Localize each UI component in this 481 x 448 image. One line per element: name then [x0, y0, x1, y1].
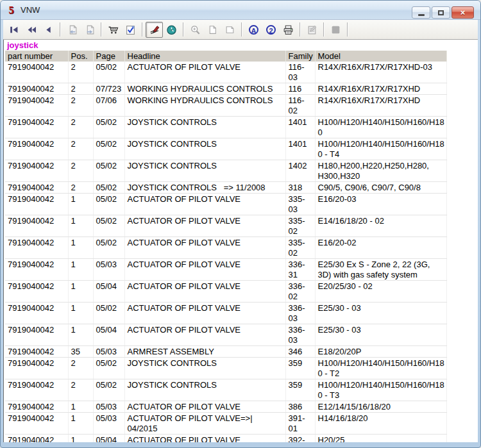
cell-pos: 1: [68, 215, 93, 237]
cell-headline[interactable]: ACTUATOR OF PILOT VALVE: [124, 215, 285, 237]
notes-icon: [307, 24, 317, 35]
table-row[interactable]: 7919040042 2 05/02 JOYSTICK CONTROLS => …: [5, 182, 446, 194]
order-checklist-button[interactable]: [122, 22, 139, 38]
column-header-model[interactable]: Model: [315, 51, 446, 62]
table-row[interactable]: 7919040042 2 05/02 JOYSTICK CONTROLS 359…: [5, 358, 446, 379]
cell-family: 391-01: [285, 413, 315, 435]
cell-headline[interactable]: JOYSTICK CONTROLS => 11/2008: [124, 182, 285, 194]
cell-headline[interactable]: JOYSTICK CONTROLS: [124, 160, 285, 182]
next-document-button[interactable]: [81, 22, 98, 38]
cell-model: H100/H120/H140/H150/H160/H18 0 - T4: [315, 138, 446, 160]
column-header-headline[interactable]: Headline: [124, 51, 285, 62]
cell-headline[interactable]: WORKING HYDRAULICS CONTROLS: [124, 83, 285, 95]
page-view-1-button[interactable]: [204, 22, 221, 38]
table-row[interactable]: 7919040042 1 05/04 ACTUATOR OF PILOT VAL…: [5, 435, 446, 443]
table-row[interactable]: 7919040042 2 05/02 JOYSTICK CONTROLS 140…: [5, 138, 446, 160]
page-view-2-button[interactable]: [221, 22, 239, 38]
column-header-page[interactable]: Page: [93, 51, 124, 62]
cell-part-number: 7919040042: [5, 281, 68, 303]
highlight-marker-icon: [149, 24, 160, 35]
nav-first-button[interactable]: [5, 22, 22, 38]
table-row[interactable]: 7919040042 1 05/03 ACTUATOR OF PILOT VAL…: [5, 401, 446, 413]
cell-headline[interactable]: WORKING HYDRAULICS CONTROLS: [124, 95, 285, 117]
table-row[interactable]: 7919040042 1 05/02 ACTUATOR OF PILOT VAL…: [5, 303, 446, 324]
cell-model: E14/16/18/20 - 02: [315, 215, 446, 237]
minimize-button[interactable]: [412, 6, 430, 19]
cell-headline[interactable]: ACTUATOR OF PILOT VALVE: [124, 324, 285, 346]
cell-headline[interactable]: ACTUATOR OF PILOT VALVE=>| 04/2015: [124, 413, 285, 435]
minimize-icon: [418, 14, 425, 16]
notes-button[interactable]: [303, 22, 321, 38]
close-button[interactable]: ×: [451, 6, 474, 19]
table-row[interactable]: 7919040042 1 05/04 ACTUATOR OF PILOT VAL…: [5, 281, 446, 303]
cell-headline[interactable]: ACTUATOR OF PILOT VALVE: [124, 259, 285, 281]
column-header-family[interactable]: Family: [285, 51, 315, 62]
cell-part-number: 7919040042: [5, 138, 68, 160]
table-row[interactable]: 7919040042 2 05/02 JOYSTICK CONTROLS 359…: [5, 379, 446, 401]
table-row[interactable]: 7919040042 1 05/02 ACTUATOR OF PILOT VAL…: [5, 194, 446, 215]
highlight-marker-button[interactable]: [146, 22, 163, 38]
nav-previous-button[interactable]: [40, 22, 57, 38]
cell-pos: 1: [68, 435, 93, 443]
circled-2-icon: 2: [266, 25, 276, 35]
table-row[interactable]: 7919040042 1 05/02 ACTUATOR OF PILOT VAL…: [5, 237, 446, 259]
cell-headline[interactable]: JOYSTICK CONTROLS: [124, 379, 285, 401]
cell-model: E18/20/20P: [315, 346, 446, 358]
cell-headline[interactable]: ACTUATOR OF PILOT VALVE: [124, 281, 285, 303]
table-header-row: part number Pos. Page Headline Family Mo…: [5, 51, 446, 62]
cell-page: 05/02: [93, 303, 124, 324]
cell-family: 318: [285, 182, 315, 194]
table-row[interactable]: 7919040042 1 05/03 ACTUATOR OF PILOT VAL…: [5, 413, 446, 435]
toolbar-separator: [183, 22, 184, 37]
cell-family: 346: [285, 346, 315, 358]
cell-headline[interactable]: JOYSTICK CONTROLS: [124, 138, 285, 160]
cell-headline[interactable]: ACTUATOR OF PILOT VALVE: [124, 435, 285, 443]
cell-headline[interactable]: JOYSTICK CONTROLS: [124, 358, 285, 379]
restore-button[interactable]: [432, 6, 450, 19]
cell-pos: 1: [68, 259, 93, 281]
history-clock-button[interactable]: [163, 22, 180, 38]
next-document-icon: [84, 24, 95, 35]
table-row[interactable]: 7919040042 2 05/02 JOYSTICK CONTROLS 140…: [5, 117, 446, 138]
circled-2-button[interactable]: 2: [262, 22, 280, 38]
circled-a-button[interactable]: A: [245, 22, 262, 38]
cell-part-number: 7919040042: [5, 160, 68, 182]
table-row[interactable]: 7919040042 1 05/03 ACTUATOR OF PILOT VAL…: [5, 259, 446, 281]
table-row[interactable]: 7919040042 2 07/06 WORKING HYDRAULICS CO…: [5, 95, 446, 117]
cell-headline[interactable]: JOYSTICK CONTROLS: [124, 117, 285, 138]
cell-family: 336-03: [285, 303, 315, 324]
stop-square-icon: [330, 24, 341, 35]
toolbar: A 2: [3, 20, 478, 40]
column-header-pos[interactable]: Pos.: [68, 51, 93, 62]
window-title: VNW: [21, 5, 40, 15]
table-row[interactable]: 7919040042 2 05/02 ACTUATOR OF PILOT VAL…: [5, 62, 446, 83]
cell-part-number: 7919040042: [5, 117, 68, 138]
cell-headline[interactable]: ACTUATOR OF PILOT VALVE: [124, 237, 285, 259]
cell-headline[interactable]: ACTUATOR OF PILOT VALVE: [124, 303, 285, 324]
shopping-cart-button[interactable]: [105, 22, 122, 38]
table-row[interactable]: 7919040042 2 07/723 WORKING HYDRAULICS C…: [5, 83, 446, 95]
cell-model: E25/30 - 03: [315, 303, 446, 324]
table-row[interactable]: 7919040042 35 05/03 ARMREST ASSEMBLY 346…: [5, 346, 446, 358]
previous-document-button[interactable]: [63, 22, 81, 38]
stop-square-button[interactable]: [327, 22, 344, 38]
cell-pos: 1: [68, 413, 93, 435]
cell-page: 05/04: [93, 324, 124, 346]
table-row[interactable]: 7919040042 1 05/04 ACTUATOR OF PILOT VAL…: [5, 324, 446, 346]
cell-family: 116-02: [285, 95, 315, 117]
cell-headline[interactable]: ACTUATOR OF PILOT VALVE: [124, 194, 285, 215]
zoom-in-button[interactable]: [187, 22, 204, 38]
table-row[interactable]: 7919040042 1 05/02 ACTUATOR OF PILOT VAL…: [5, 215, 446, 237]
cell-part-number: 7919040042: [5, 358, 68, 379]
print-button[interactable]: [280, 22, 297, 38]
titlebar[interactable]: 5 VNW ×: [1, 1, 480, 20]
cell-headline[interactable]: ARMREST ASSEMBLY: [124, 346, 285, 358]
cell-headline[interactable]: ACTUATOR OF PILOT VALVE: [124, 62, 285, 83]
nav-previous-fast-button[interactable]: [22, 22, 40, 38]
cell-headline[interactable]: ACTUATOR OF PILOT VALVE: [124, 401, 285, 413]
table-row[interactable]: 7919040042 2 05/02 JOYSTICK CONTROLS 140…: [5, 160, 446, 182]
cell-pos: 1: [68, 281, 93, 303]
cell-model: E20/25/30 - 02: [315, 281, 446, 303]
column-header-part-number[interactable]: part number: [5, 51, 68, 62]
table-body: 7919040042 2 05/02 ACTUATOR OF PILOT VAL…: [5, 62, 446, 442]
